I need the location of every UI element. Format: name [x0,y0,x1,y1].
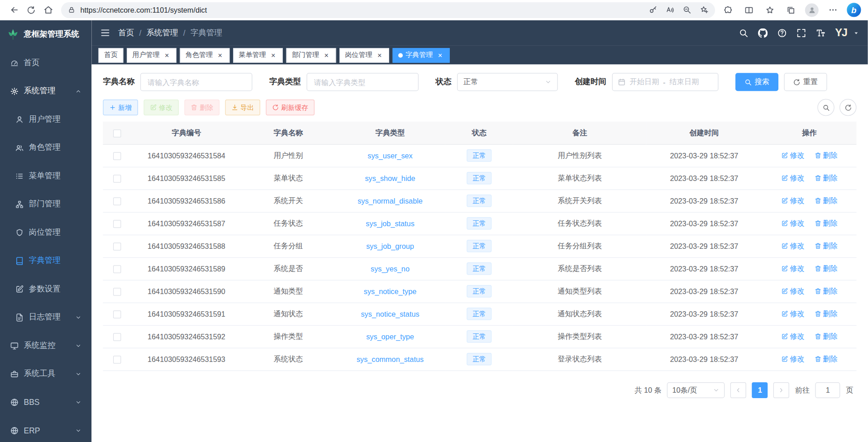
close-icon[interactable]: × [216,51,224,59]
date-range-picker[interactable]: 开始日期 - 结束日期 [612,73,719,91]
close-icon[interactable]: × [323,51,331,59]
tab-posts[interactable]: 岗位管理 × [339,48,389,63]
sidebar-item-system[interactable]: 系统管理 [0,77,92,105]
sidebar-item-dict[interactable]: 字典管理 [0,247,92,275]
header-search-icon[interactable] [739,28,749,38]
row-edit-button[interactable]: 修改 [781,151,804,161]
extensions-button[interactable] [720,2,737,18]
tab-home[interactable]: 首页 [99,48,124,63]
refresh-button[interactable] [23,2,40,18]
add-button[interactable]: 新增 [103,100,138,115]
delete-button-disabled[interactable]: 删除 [185,100,220,115]
tab-roles[interactable]: 角色管理 × [180,48,230,63]
refresh-table-button[interactable] [839,99,857,116]
row-delete-button[interactable]: 删除 [815,354,838,365]
sidebar-item-users[interactable]: 用户管理 [0,105,92,134]
row-checkbox[interactable] [113,197,121,205]
next-page-button[interactable] [773,382,789,398]
row-edit-button[interactable]: 修改 [781,332,804,342]
sidebar-item-tools[interactable]: 系统工具 [0,360,92,388]
dict-type-link[interactable]: sys_common_status [357,355,424,363]
row-checkbox[interactable] [113,288,121,296]
sidebar-item-erp[interactable]: ERP [0,416,92,442]
row-checkbox[interactable] [113,265,121,273]
dict-type-input[interactable] [307,73,419,91]
row-edit-button[interactable]: 修改 [781,309,804,319]
sidebar-item-monitor[interactable]: 系统监控 [0,332,92,360]
dict-type-link[interactable]: sys_show_hide [365,174,415,182]
dict-type-link[interactable]: sys_normal_disable [358,196,423,205]
dict-name-input[interactable] [140,73,253,91]
close-icon[interactable]: × [269,51,277,59]
breadcrumb-item[interactable]: 首页 [118,28,134,38]
font-size-icon[interactable] [816,28,825,38]
url-text[interactable]: https://ccnetcore.com:1101/system/dict [81,6,644,14]
row-edit-button[interactable]: 修改 [781,354,804,365]
sidebar-item-roles[interactable]: 角色管理 [0,133,92,162]
row-edit-button[interactable]: 修改 [781,196,804,206]
goto-page-input[interactable] [816,382,840,398]
split-screen-button[interactable] [741,2,758,18]
address-bar[interactable]: https://ccnetcore.com:1101/system/dict [61,2,715,18]
row-edit-button[interactable]: 修改 [781,241,804,252]
dict-type-link[interactable]: sys_yes_no [371,264,410,273]
row-checkbox[interactable] [113,220,121,228]
row-checkbox[interactable] [113,356,121,364]
status-select[interactable]: 正常 [457,73,558,91]
edit-button-disabled[interactable]: 修改 [144,100,179,115]
row-checkbox[interactable] [113,152,121,160]
prev-page-button[interactable] [730,382,746,398]
profile-button[interactable] [803,2,820,18]
user-brand-logo[interactable]: YJ [835,27,847,39]
fullscreen-icon[interactable] [796,28,806,38]
password-key-icon[interactable] [649,6,658,14]
zoom-out-icon[interactable] [683,6,692,14]
row-checkbox[interactable] [113,242,121,251]
row-delete-button[interactable]: 删除 [815,286,838,297]
breadcrumb-item[interactable]: 系统管理 [147,28,178,38]
row-checkbox[interactable] [113,175,121,183]
reset-button[interactable]: 重置 [784,73,827,91]
search-button[interactable]: 搜索 [735,73,778,91]
select-all-checkbox[interactable] [113,129,121,138]
row-checkbox[interactable] [113,310,121,318]
toggle-search-button[interactable] [818,99,835,116]
row-edit-button[interactable]: 修改 [781,264,804,274]
home-button[interactable] [40,2,57,18]
dict-type-link[interactable]: sys_notice_status [361,309,419,318]
sidebar-item-departments[interactable]: 部门管理 [0,190,92,219]
dict-type-link[interactable]: sys_notice_type [364,287,417,295]
favorites-button[interactable] [762,2,779,18]
row-edit-button[interactable]: 修改 [781,173,804,184]
read-aloud-icon[interactable] [666,6,675,14]
sidebar-item-posts[interactable]: 岗位管理 [0,219,92,247]
sidebar-item-menus[interactable]: 菜单管理 [0,162,92,190]
row-delete-button[interactable]: 删除 [815,219,838,229]
close-icon[interactable]: × [163,51,171,59]
help-icon[interactable] [777,28,787,38]
close-icon[interactable]: × [436,51,444,59]
row-delete-button[interactable]: 删除 [815,241,838,252]
tab-users[interactable]: 用户管理 × [127,48,176,63]
dict-type-link[interactable]: sys_job_status [366,219,415,228]
row-checkbox[interactable] [113,333,121,341]
tab-dict-active[interactable]: 字典管理 × [393,48,450,63]
export-button[interactable]: 导出 [225,100,261,115]
add-favorite-icon[interactable] [700,6,709,14]
tab-departments[interactable]: 部门管理 × [286,48,336,63]
settings-more-button[interactable] [825,2,842,18]
sidebar-item-bbs[interactable]: BBS [0,388,92,417]
row-delete-button[interactable]: 删除 [815,173,838,184]
collections-button[interactable] [782,2,800,18]
back-button[interactable] [6,2,23,18]
github-icon[interactable] [758,28,768,38]
current-page-button[interactable]: 1 [752,382,768,398]
row-edit-button[interactable]: 修改 [781,286,804,297]
row-delete-button[interactable]: 删除 [815,151,838,161]
sidebar-item-home[interactable]: 首页 [0,49,92,77]
sidebar-item-logs[interactable]: 日志管理 [0,303,92,332]
sidebar-item-params[interactable]: 参数设置 [0,275,92,304]
row-delete-button[interactable]: 删除 [815,264,838,274]
refresh-cache-button[interactable]: 刷新缓存 [266,100,315,115]
caret-down-icon[interactable] [853,30,859,36]
